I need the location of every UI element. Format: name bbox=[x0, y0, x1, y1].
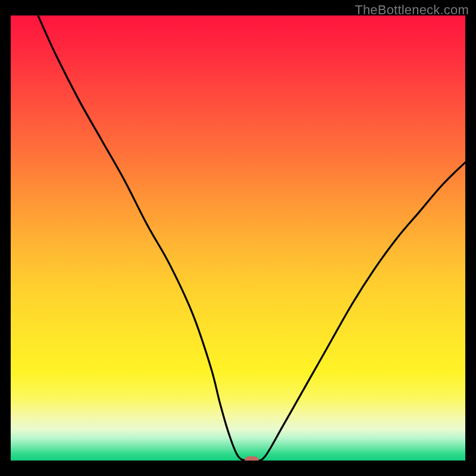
minimum-marker bbox=[245, 456, 259, 461]
curve-path bbox=[38, 15, 465, 461]
plot-area bbox=[11, 15, 465, 461]
curve-canvas bbox=[11, 15, 465, 461]
chart-stage: TheBottleneck.com bbox=[0, 0, 476, 476]
watermark-text: TheBottleneck.com bbox=[355, 2, 469, 18]
